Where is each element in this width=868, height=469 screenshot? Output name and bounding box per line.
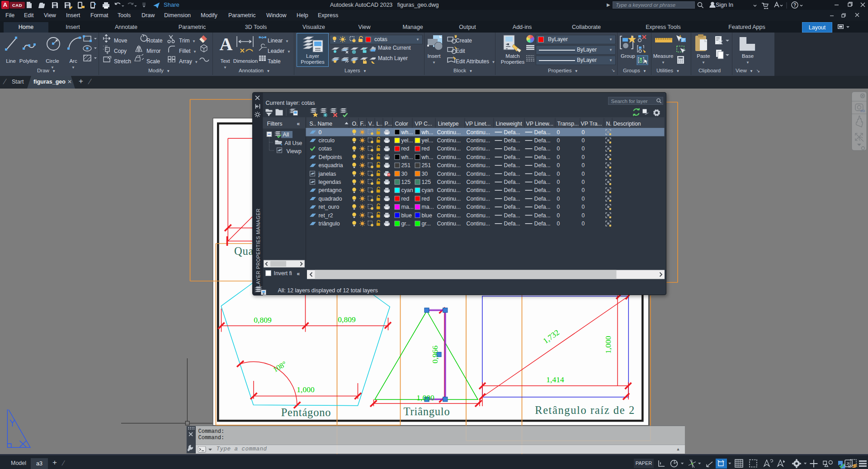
svg-text:0: 0 — [581, 195, 585, 202]
svg-text:Defa...: Defa... — [504, 170, 520, 177]
svg-text:Continu...: Continu... — [466, 187, 490, 193]
svg-text:Defa...: Defa... — [504, 162, 520, 169]
svg-text:1,000: 1,000 — [416, 393, 434, 402]
svg-text:125: 125 — [401, 179, 410, 185]
svg-text:Continu...: Continu... — [437, 195, 461, 202]
svg-text:Defa...: Defa... — [534, 195, 550, 202]
svg-text:0: 0 — [581, 212, 585, 218]
svg-text:0: 0 — [581, 187, 585, 193]
svg-text:wh...: wh... — [401, 129, 413, 135]
svg-text:wh...: wh... — [421, 129, 433, 135]
svg-text:Continu...: Continu... — [437, 162, 461, 169]
svg-text:Defa...: Defa... — [534, 129, 550, 135]
svg-text:yel...: yel... — [421, 137, 433, 144]
svg-text:blue: blue — [421, 212, 432, 218]
svg-text:Defpoints: Defpoints — [318, 154, 342, 160]
svg-text:Defa...: Defa... — [504, 204, 520, 210]
svg-text:esquadria: esquadria — [318, 162, 343, 169]
svg-text:Linetype: Linetype — [438, 121, 458, 127]
svg-text:Description: Description — [613, 121, 641, 127]
svg-text:pentagno: pentagno — [318, 187, 341, 193]
svg-text:VP C...: VP C... — [415, 121, 432, 127]
svg-text:0,809: 0,809 — [254, 315, 272, 324]
svg-text:Continu...: Continu... — [437, 129, 461, 135]
svg-text:cyan: cyan — [421, 187, 433, 193]
svg-text:ma...: ma... — [421, 204, 434, 210]
svg-text:0: 0 — [557, 154, 560, 160]
svg-text:Name: Name — [317, 121, 332, 127]
svg-text:cyan: cyan — [401, 187, 413, 193]
svg-text:Defa...: Defa... — [534, 145, 550, 152]
svg-text:ma...: ma... — [401, 204, 413, 210]
svg-text:triângulo: triângulo — [318, 220, 340, 227]
svg-text:Continu...: Continu... — [466, 162, 490, 169]
svg-text:F..: F.. — [360, 121, 366, 127]
svg-text:All: All — [283, 131, 289, 138]
svg-text:0: 0 — [581, 129, 585, 135]
svg-text:0: 0 — [557, 129, 560, 135]
svg-text:VP Linew...: VP Linew... — [526, 121, 553, 127]
svg-text:V..: V.. — [368, 121, 374, 127]
svg-text:red: red — [401, 145, 409, 152]
svg-text:0,966: 0,966 — [430, 346, 439, 364]
svg-text:Filters: Filters — [267, 120, 282, 127]
svg-text:N.: N. — [606, 121, 611, 127]
svg-text:30: 30 — [401, 170, 407, 177]
svg-text:Continu...: Continu... — [437, 220, 461, 227]
svg-text:0: 0 — [581, 145, 585, 152]
svg-text:red: red — [421, 145, 429, 152]
svg-text:Continu...: Continu... — [437, 187, 461, 193]
svg-text:Continu...: Continu... — [466, 204, 490, 210]
svg-text:Continu...: Continu... — [466, 220, 490, 227]
svg-text:0: 0 — [581, 179, 585, 185]
svg-text:0: 0 — [318, 129, 321, 135]
svg-text:wh...: wh... — [421, 154, 433, 160]
svg-text:blue: blue — [401, 212, 411, 218]
svg-text:Defa...: Defa... — [504, 187, 520, 193]
svg-text:2D: 2D — [860, 109, 865, 113]
svg-text:0: 0 — [581, 220, 585, 227]
svg-text:Invert fi: Invert fi — [274, 270, 292, 277]
svg-text:O.: O. — [352, 121, 358, 127]
svg-text:Continu...: Continu... — [437, 145, 461, 152]
svg-text:janelas: janelas — [318, 170, 336, 177]
svg-text:0: 0 — [557, 195, 560, 202]
svg-text:1,000: 1,000 — [297, 385, 315, 394]
svg-text:Defa...: Defa... — [504, 220, 520, 227]
svg-text:Defa...: Defa... — [534, 170, 550, 177]
svg-text:Continu...: Continu... — [437, 212, 461, 218]
svg-text:Viewp: Viewp — [286, 148, 301, 155]
svg-text:251: 251 — [401, 162, 410, 169]
svg-text:Continu...: Continu... — [466, 154, 490, 160]
svg-text:125: 125 — [421, 179, 431, 185]
svg-text:Color: Color — [395, 121, 408, 127]
svg-text:Pentágono: Pentágono — [281, 406, 331, 418]
svg-text:gr...: gr... — [421, 220, 431, 227]
svg-text:Defa...: Defa... — [504, 129, 520, 135]
svg-text:Defa...: Defa... — [534, 204, 550, 210]
svg-text:Continu...: Continu... — [466, 179, 490, 185]
svg-text:Retângulo raíz de 2: Retângulo raíz de 2 — [535, 404, 635, 416]
svg-text:cotas: cotas — [318, 145, 331, 152]
svg-text:0: 0 — [557, 170, 560, 177]
svg-text:0: 0 — [581, 162, 585, 169]
svg-text:Continu...: Continu... — [466, 170, 490, 177]
svg-text:Defa...: Defa... — [534, 212, 550, 218]
svg-text:Continu...: Continu... — [437, 179, 461, 185]
svg-text:Lineweight: Lineweight — [495, 121, 522, 127]
svg-text:Defa...: Defa... — [504, 195, 520, 202]
svg-text:red: red — [401, 195, 409, 202]
svg-text:Defa...: Defa... — [504, 137, 520, 144]
svg-text:Continu...: Continu... — [437, 204, 461, 210]
svg-text:Continu...: Continu... — [466, 137, 490, 144]
svg-text:All Use: All Use — [284, 140, 302, 146]
svg-text:VP Linet...: VP Linet... — [465, 121, 491, 127]
svg-text:S..: S.. — [309, 121, 316, 127]
svg-text:0: 0 — [581, 154, 585, 160]
svg-text:Continu...: Continu... — [437, 154, 461, 160]
svg-text:0: 0 — [581, 137, 585, 144]
svg-text:ret_r2: ret_r2 — [318, 212, 333, 218]
svg-text:0: 0 — [557, 212, 560, 218]
svg-text:gr...: gr... — [401, 220, 410, 227]
svg-text:0: 0 — [557, 220, 560, 227]
